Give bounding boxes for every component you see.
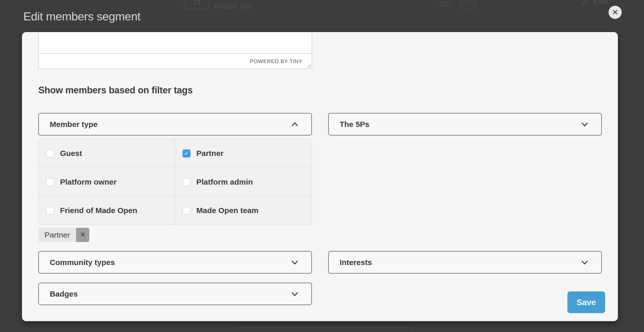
filter-tags-heading: Show members based on filter tags: [38, 85, 193, 96]
pencil-icon: ✎: [581, 0, 589, 8]
save-button[interactable]: Save: [567, 291, 605, 313]
edit-members-segment-modal: POWERED BY TINY Show members based on fi…: [22, 32, 618, 321]
checkbox[interactable]: ✓: [182, 178, 191, 186]
chevron-down-icon: [291, 120, 299, 129]
chevron-down-icon: [291, 290, 299, 298]
chevron-down-icon: [581, 258, 589, 267]
powered-by-tiny-link[interactable]: POWERED BY TINY: [250, 58, 302, 64]
option-platform-admin[interactable]: ✓ Platform admin: [175, 168, 312, 196]
close-icon: ✕: [612, 9, 618, 16]
rich-text-editor: POWERED BY TINY: [38, 32, 312, 69]
checkbox[interactable]: ✓: [182, 207, 191, 215]
option-partner[interactable]: ✓ Partner: [175, 139, 312, 168]
dropdown-member-type[interactable]: Member type: [38, 113, 312, 135]
background-bottom-panel: [234, 327, 411, 332]
dropdown-the-5ps[interactable]: The 5Ps: [328, 113, 602, 135]
member-type-options: ✓ Guest ✓ Partner ✓ Platform owner ✓ Pla…: [38, 139, 312, 225]
option-platform-owner[interactable]: ✓ Platform owner: [39, 168, 175, 196]
chevron-down-icon: [291, 258, 299, 267]
checkbox[interactable]: ✓: [46, 178, 54, 186]
image-icon: [460, 0, 476, 10]
dropdown-community-types[interactable]: Community types: [38, 251, 312, 274]
check-icon: ✓: [184, 150, 189, 156]
checkbox[interactable]: ✓: [46, 149, 54, 157]
modal-title: Edit members segment: [23, 10, 141, 23]
drag-handle-icon: [439, 2, 451, 7]
resize-grip-icon[interactable]: [307, 64, 311, 68]
background-feature-count-box: 10: [184, 0, 209, 9]
dropdown-badges[interactable]: Badges: [38, 283, 312, 305]
selected-tag-partner: Partner ✕: [38, 228, 89, 242]
background-feature-count: 10: [193, 0, 200, 6]
chevron-down-icon: [581, 120, 589, 129]
screen: 10 Feature row ✎ Edit Edit members segme…: [0, 0, 644, 332]
dropdown-badges-label: Badges: [50, 290, 78, 298]
editor-statusbar: POWERED BY TINY: [39, 53, 312, 69]
checkbox[interactable]: ✓: [182, 149, 191, 157]
checkbox[interactable]: ✓: [46, 207, 54, 215]
dropdown-community-types-label: Community types: [50, 258, 115, 267]
editor-content-area[interactable]: [39, 32, 312, 53]
background-feature-row-label: Feature row: [214, 3, 252, 11]
dropdown-interests-label: Interests: [340, 258, 372, 267]
option-friend-of-made-open[interactable]: ✓ Friend of Made Open: [39, 196, 175, 224]
option-made-open-team[interactable]: ✓ Made Open team: [175, 196, 312, 224]
background-edit-label: Edit: [593, 0, 609, 6]
dropdown-member-type-label: Member type: [50, 120, 98, 129]
option-guest[interactable]: ✓ Guest: [39, 139, 175, 168]
dropdown-interests[interactable]: Interests: [328, 251, 602, 274]
tag-label: Partner: [38, 228, 76, 242]
dropdown-the-5ps-label: The 5Ps: [340, 120, 369, 129]
tag-remove-button[interactable]: ✕: [76, 228, 89, 242]
close-icon: ✕: [80, 231, 86, 238]
close-button[interactable]: ✕: [609, 6, 622, 19]
